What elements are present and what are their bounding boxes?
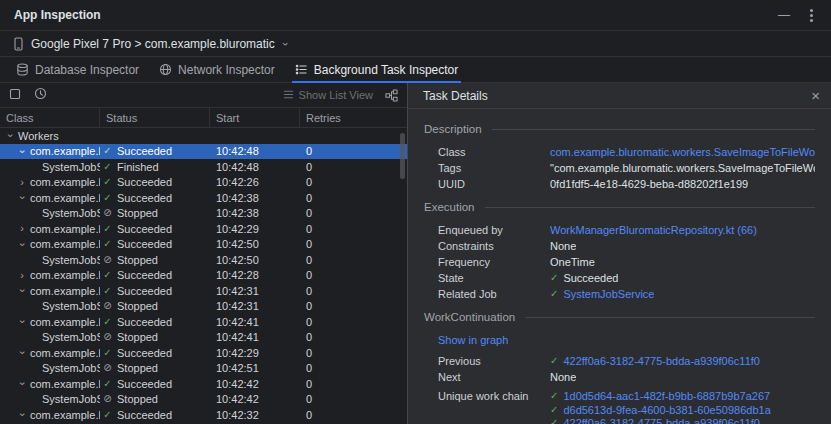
task-table-body: › Workers › com.example.bl ✓ Succeeded 1… (0, 128, 407, 424)
row-chevron-icon[interactable]: › (16, 270, 28, 281)
workers-group-row[interactable]: › Workers (0, 128, 407, 144)
related-job-link[interactable]: SystemJobService (563, 288, 654, 300)
tab-label: Network Inspector (178, 63, 275, 77)
task-row[interactable]: SystemJobS ⊘ Stopped 10:42:41 0 (0, 330, 407, 346)
row-chevron-icon[interactable]: › (17, 347, 28, 359)
class-value-link[interactable]: com.example.bluromatic.workers.SaveImage… (550, 146, 815, 158)
task-status-cell: ✓ Succeeded (100, 316, 210, 328)
task-row[interactable]: › com.example.bl ✓ Succeeded 10:42:31 0 (0, 283, 407, 299)
tab-network-inspector[interactable]: Network Inspector (149, 57, 285, 82)
task-row[interactable]: › com.example.bl ✓ Succeeded 10:42:29 0 (0, 221, 407, 237)
work-chain-uuid-link[interactable]: 1d0d5d64-aac1-482f-b9bb-6887b9b7a267 (563, 390, 770, 402)
workcontinuation-section-heading: WorkContinuation (424, 311, 815, 323)
task-row[interactable]: › com.example.bl ✓ Succeeded 10:42:29 0 (0, 345, 407, 361)
task-class-cell: SystemJobS (0, 393, 100, 405)
task-class-cell: SystemJobS (0, 254, 100, 266)
task-row[interactable]: › com.example.bl ✓ Succeeded 10:42:42 0 (0, 376, 407, 392)
work-chain-item: ✓ d6d5613d-9fea-4600-b381-60e50986db1a (550, 404, 771, 417)
vertical-scrollbar[interactable] (400, 133, 405, 179)
enqueued-by-link[interactable]: WorkManagerBluromaticRepository.kt (66) (550, 224, 757, 236)
row-chevron-icon[interactable]: › (17, 192, 28, 204)
task-class-text: com.example.bl (30, 223, 100, 235)
chevron-down-icon[interactable]: › (280, 42, 292, 46)
task-row[interactable]: › com.example.bl ✓ Succeeded 10:42:41 0 (0, 314, 407, 330)
task-row[interactable]: SystemJobS ⊘ Stopped 10:42:50 0 (0, 252, 407, 268)
column-header-class[interactable]: Class (0, 108, 100, 127)
clock-icon[interactable] (34, 86, 47, 104)
task-row[interactable]: SystemJobS ⊘ Stopped 10:42:51 0 (0, 361, 407, 377)
tags-label: Tags (438, 162, 550, 174)
frequency-label: Frequency (438, 256, 550, 268)
hide-panel-icon[interactable]: — (778, 9, 790, 21)
task-class-cell: › com.example.bl (0, 409, 100, 421)
show-in-graph-row: Show in graph (424, 332, 815, 347)
task-class-text: SystemJobS (42, 393, 100, 405)
task-row[interactable]: › com.example.bl ✓ Succeeded 10:42:38 0 (0, 190, 407, 206)
previous-uuid-link[interactable]: 422ff0a6-3182-4775-bdda-a939f06c11f0 (563, 355, 760, 367)
task-start-cell: 10:42:41 (210, 316, 300, 328)
task-status-text: Succeeded (117, 176, 172, 188)
stopped-icon: ⊘ (102, 255, 113, 265)
constraints-row: Constraints None (424, 238, 815, 253)
stopped-icon: ⊘ (102, 208, 113, 218)
task-class-text: com.example.bl (30, 316, 100, 328)
stopped-icon: ⊘ (102, 394, 113, 404)
work-chain-item: ✓ 1d0d5d64-aac1-482f-b9bb-6887b9b7a267 (550, 390, 771, 403)
row-chevron-icon[interactable]: › (17, 145, 28, 157)
task-retries-cell: 0 (300, 393, 407, 405)
show-graph-view-icon[interactable] (385, 89, 398, 102)
more-options-icon[interactable] (810, 14, 813, 17)
show-in-graph-link[interactable]: Show in graph (438, 334, 508, 346)
task-row[interactable]: › com.example.bl ✓ Succeeded 10:42:28 0 (0, 268, 407, 284)
state-row: State ✓ Succeeded (424, 270, 815, 285)
task-retries-cell: 0 (300, 192, 407, 204)
task-row[interactable]: › com.example.bl ✓ Succeeded 10:42:32 0 (0, 407, 407, 423)
show-list-view-button[interactable]: Show List View (283, 89, 373, 102)
row-chevron-icon[interactable]: › (17, 238, 28, 250)
close-icon[interactable]: × (811, 88, 820, 103)
column-header-retries[interactable]: Retries (300, 108, 407, 127)
device-process-selector[interactable]: Google Pixel 7 Pro > com.example.bluroma… (31, 37, 275, 51)
task-class-cell: SystemJobS (0, 161, 100, 173)
task-start-cell: 10:42:26 (210, 176, 300, 188)
task-class-cell: SystemJobS (0, 207, 100, 219)
task-status-cell: ⊘ Stopped (100, 393, 210, 405)
task-retries-cell: 0 (300, 316, 407, 328)
stop-recording-icon[interactable] (9, 86, 21, 104)
tab-background-task-inspector[interactable]: Background Task Inspector (285, 57, 469, 82)
task-retries-cell: 0 (300, 176, 407, 188)
task-row[interactable]: SystemJobS ⊘ Stopped 10:42:42 0 (0, 392, 407, 408)
task-status-text: Succeeded (117, 285, 172, 297)
task-class-text: com.example.bl (30, 238, 100, 250)
task-row[interactable]: › com.example.bl ✓ Succeeded 10:42:48 0 (0, 144, 407, 160)
tab-database-inspector[interactable]: Database Inspector (6, 57, 149, 82)
class-label: Class (438, 146, 550, 158)
row-chevron-icon[interactable]: › (17, 378, 28, 390)
row-chevron-icon[interactable]: › (16, 177, 28, 188)
task-row[interactable]: › com.example.bl ✓ Succeeded 10:42:26 0 (0, 175, 407, 191)
database-icon (16, 63, 29, 76)
tab-label: Background Task Inspector (314, 63, 459, 77)
workers-group-cell: › Workers (0, 130, 100, 142)
state-label: State (438, 272, 550, 284)
column-header-start[interactable]: Start (210, 108, 300, 127)
task-class-text: SystemJobS (42, 362, 100, 374)
task-row[interactable]: SystemJobS ✓ Finished 10:42:48 0 (0, 159, 407, 175)
row-chevron-icon[interactable]: › (16, 223, 28, 234)
column-header-status[interactable]: Status (100, 108, 210, 127)
task-status-text: Stopped (117, 300, 158, 312)
row-chevron-icon[interactable]: › (17, 285, 28, 297)
work-chain-uuid-link[interactable]: 422ff0a6-3182-4775-bdda-a939f06c11f0 (563, 417, 760, 424)
work-chain-uuid-link[interactable]: d6d5613d-9fea-4600-b381-60e50986db1a (563, 404, 770, 416)
related-job-row: Related Job ✓ SystemJobService (424, 286, 815, 301)
task-row[interactable]: SystemJobS ⊘ Stopped 10:42:31 0 (0, 299, 407, 315)
task-row[interactable]: SystemJobS ⊘ Stopped 10:42:38 0 (0, 206, 407, 222)
row-chevron-icon[interactable]: › (17, 316, 28, 328)
frequency-row: Frequency OneTime (424, 254, 815, 269)
task-row[interactable]: › com.example.bl ✓ Succeeded 10:42:50 0 (0, 237, 407, 253)
success-check-icon: ✓ (102, 270, 113, 280)
task-class-text: com.example.bl (30, 269, 100, 281)
task-status-cell: ⊘ Stopped (100, 331, 210, 343)
group-chevron-icon[interactable]: › (5, 130, 16, 142)
row-chevron-icon[interactable]: › (17, 409, 28, 421)
